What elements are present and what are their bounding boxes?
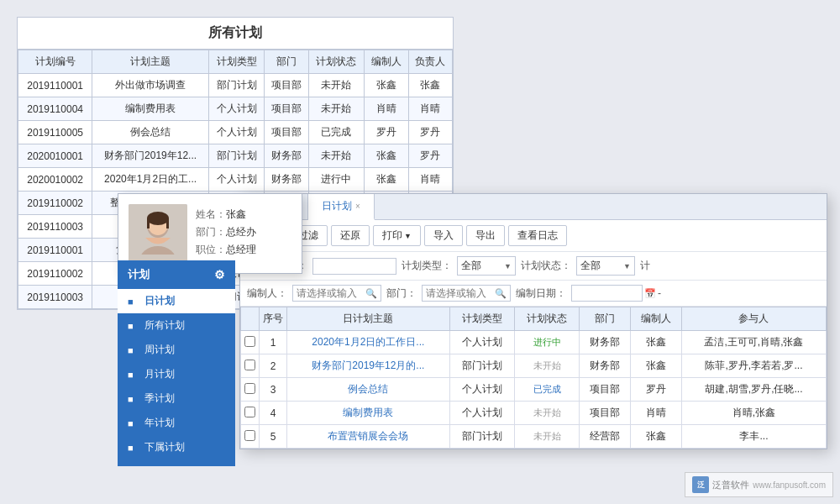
row-theme-link[interactable]: 2020年1月2日的工作日... bbox=[312, 336, 424, 348]
row-checkbox-cell[interactable] bbox=[241, 402, 260, 425]
row-seq: 1 bbox=[260, 331, 287, 354]
row-theme[interactable]: 财务部门2019年12月的... bbox=[287, 354, 450, 378]
sidebar-item-周计划[interactable]: ■周计划 bbox=[118, 338, 235, 362]
row-checkbox[interactable] bbox=[244, 407, 255, 417]
bg-table-cell: 张鑫 bbox=[365, 144, 408, 168]
row-theme-link[interactable]: 编制费用表 bbox=[343, 407, 393, 418]
table-container[interactable]: 序号日计划主题计划类型计划状态部门编制人参与人 12020年1月2日的工作日..… bbox=[240, 307, 827, 449]
table-header-2: 日计划主题 bbox=[287, 307, 450, 331]
restore-button[interactable]: 还原 bbox=[331, 225, 370, 246]
row-participants: 孟洁,王可可,肖晴,张鑫 bbox=[681, 331, 826, 354]
table-row[interactable]: 12020年1月2日的工作日...个人计划进行中财务部张鑫孟洁,王可可,肖晴,张… bbox=[241, 331, 827, 354]
editor-input[interactable] bbox=[297, 287, 364, 299]
log-button[interactable]: 查看日志 bbox=[508, 225, 567, 246]
sidebar-item-label: 月计划 bbox=[144, 367, 175, 381]
status-badge: 未开始 bbox=[530, 429, 564, 444]
row-dept: 经营部 bbox=[580, 425, 631, 449]
dept-label: 部门： bbox=[196, 226, 226, 238]
row-checkbox-cell[interactable] bbox=[241, 378, 260, 402]
row-checkbox[interactable] bbox=[244, 430, 255, 441]
user-name-row: 姓名：张鑫 bbox=[196, 207, 291, 222]
table-row[interactable]: 2财务部门2019年12月的...部门计划未开始财务部张鑫陈菲,罗丹,李若若,罗… bbox=[241, 354, 827, 378]
row-dept: 项目部 bbox=[580, 378, 631, 402]
sidebar-item-icon: ■ bbox=[128, 443, 139, 453]
title-label: 职位： bbox=[196, 244, 226, 255]
row-theme-link[interactable]: 例会总结 bbox=[348, 383, 388, 395]
row-checkbox-cell[interactable] bbox=[241, 354, 260, 378]
user-title-row: 职位：总经理 bbox=[196, 243, 291, 257]
row-checkbox[interactable] bbox=[244, 383, 255, 394]
row-theme-link[interactable]: 布置营销展会会场 bbox=[328, 430, 408, 442]
row-type: 个人计划 bbox=[449, 378, 514, 402]
bg-table-header: 计划编号 bbox=[18, 50, 92, 74]
bg-table-row[interactable]: 2019110001外出做市场调查部门计划项目部未开始张鑫张鑫 bbox=[18, 74, 453, 97]
table-header-7: 参与人 bbox=[681, 307, 826, 331]
row-type: 部门计划 bbox=[449, 354, 514, 378]
type-select[interactable]: 全部 ▼ bbox=[457, 256, 516, 276]
bg-table-header: 编制人 bbox=[365, 50, 408, 74]
sidebar-item-年计划[interactable]: ■年计划 bbox=[118, 411, 235, 435]
sidebar-header: 计划 ⚙ bbox=[118, 260, 235, 289]
theme-input[interactable] bbox=[312, 258, 396, 275]
row-status: 未开始 bbox=[514, 354, 579, 378]
date-start-input[interactable] bbox=[571, 285, 643, 302]
bg-table-row[interactable]: 2020010001财务部门2019年12...部门计划财务部未开始张鑫罗丹 bbox=[18, 144, 453, 168]
table-row[interactable]: 5布置营销展会会场部门计划未开始经营部张鑫李丰... bbox=[241, 425, 827, 449]
bg-table-row[interactable]: 2019110004编制费用表个人计划项目部未开始肖晴肖晴 bbox=[18, 97, 453, 121]
tab-close-icon[interactable]: × bbox=[355, 202, 360, 211]
bg-table-cell: 2020010001 bbox=[18, 144, 92, 168]
sidebar-section-label: 计划 bbox=[128, 267, 150, 282]
type-label: 计划类型： bbox=[402, 259, 452, 273]
table-row[interactable]: 4编制费用表个人计划未开始项目部肖晴肖晴,张鑫 bbox=[241, 402, 827, 425]
watermark-text: 泛普软件 bbox=[712, 479, 749, 491]
sidebar-item-季计划[interactable]: ■季计划 bbox=[118, 386, 235, 411]
editor-input-wrap[interactable]: 🔍 bbox=[292, 285, 381, 302]
bg-table-header: 计划类型 bbox=[208, 50, 264, 74]
row-checkbox[interactable] bbox=[244, 360, 255, 370]
status-select[interactable]: 全部 ▼ bbox=[576, 256, 635, 276]
bg-table-header: 计划主题 bbox=[92, 50, 209, 74]
row-theme-link[interactable]: 财务部门2019年12月的... bbox=[312, 360, 424, 371]
row-seq: 4 bbox=[260, 402, 287, 425]
bg-table-cell: 部门计划 bbox=[208, 144, 264, 168]
row-theme[interactable]: 2020年1月2日的工作日... bbox=[287, 331, 450, 354]
bg-table-cell: 编制费用表 bbox=[92, 97, 209, 121]
sidebar-item-所有计划[interactable]: ■所有计划 bbox=[118, 313, 235, 338]
bg-table-cell: 罗丹 bbox=[408, 144, 452, 168]
row-theme[interactable]: 布置营销展会会场 bbox=[287, 425, 450, 449]
svg-point-5 bbox=[147, 212, 169, 225]
sidebar-item-月计划[interactable]: ■月计划 bbox=[118, 362, 235, 386]
sidebar-item-日计划[interactable]: ■日计划 bbox=[118, 289, 235, 313]
row-checkbox[interactable] bbox=[244, 336, 255, 347]
table-header-4: 计划状态 bbox=[514, 307, 579, 331]
sidebar-item-下属计划[interactable]: ■下属计划 bbox=[118, 435, 235, 459]
table-row[interactable]: 3例会总结个人计划已完成项目部罗丹胡建,胡雪,罗丹,任晓... bbox=[241, 378, 827, 402]
date-label: 编制日期： bbox=[516, 286, 566, 301]
tabs: 日常工作日计划× bbox=[240, 194, 827, 220]
watermark: 泛 泛普软件 www.fanpusoft.com bbox=[685, 472, 833, 497]
row-checkbox-cell[interactable] bbox=[241, 425, 260, 449]
row-theme[interactable]: 例会总结 bbox=[287, 378, 450, 402]
export-button[interactable]: 导出 bbox=[466, 225, 505, 246]
sidebar-item-label: 下属计划 bbox=[144, 440, 185, 454]
filter-row-2: 编制人： 🔍 部门： 🔍 编制日期： 📅 - bbox=[240, 281, 827, 307]
bg-table-row[interactable]: 2019110005例会总结个人计划项目部已完成罗丹罗丹 bbox=[18, 121, 453, 144]
sidebar-item-icon: ■ bbox=[128, 418, 139, 428]
row-checkbox-cell[interactable] bbox=[241, 331, 260, 354]
date-range: 📅 - bbox=[571, 285, 661, 302]
table-header-5: 部门 bbox=[580, 307, 631, 331]
bg-table-cell: 财务部 bbox=[265, 168, 308, 192]
name-label: 姓名： bbox=[196, 208, 226, 220]
bg-table-cell: 未开始 bbox=[308, 144, 364, 168]
extra-label: 计 bbox=[640, 259, 650, 273]
dept-input-wrap[interactable]: 🔍 bbox=[422, 285, 511, 302]
bg-table-row[interactable]: 20200100022020年1月2日的工...个人计划财务部进行中张鑫肖晴 bbox=[18, 168, 453, 192]
print-button[interactable]: 打印 ▼ bbox=[373, 225, 421, 246]
data-table: 序号日计划主题计划类型计划状态部门编制人参与人 12020年1月2日的工作日..… bbox=[240, 307, 827, 449]
gear-icon[interactable]: ⚙ bbox=[214, 268, 225, 281]
row-theme[interactable]: 编制费用表 bbox=[287, 402, 450, 425]
dept-input[interactable] bbox=[426, 287, 493, 299]
import-button[interactable]: 导入 bbox=[424, 225, 463, 246]
tab-日计划[interactable]: 日计划× bbox=[308, 194, 375, 220]
table-header-6: 编制人 bbox=[631, 307, 682, 331]
